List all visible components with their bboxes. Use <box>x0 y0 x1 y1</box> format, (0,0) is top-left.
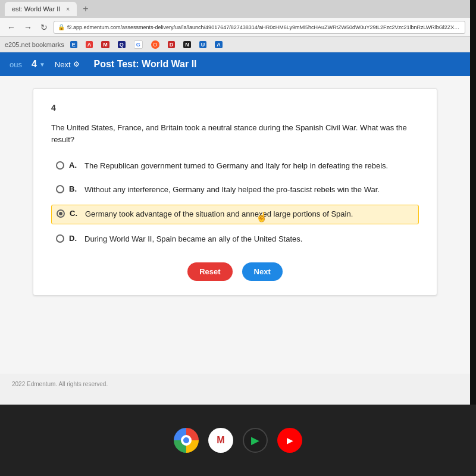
bookmark-shield[interactable]: U <box>197 40 209 49</box>
main-content: 4 The United States, France, and Britain… <box>0 76 470 374</box>
bookmark-g[interactable]: G <box>131 40 145 49</box>
bookmark-a[interactable]: A <box>83 40 96 49</box>
monitor: est: World War II × + ← → ↻ 🔒 f2.app.edm… <box>0 0 476 476</box>
bookmark-d[interactable]: D <box>165 40 178 49</box>
previous-label: ous <box>10 60 22 69</box>
copyright-text: 2022 Edmentum. All rights reserved. <box>12 381 108 387</box>
taskbar-gmail-icon[interactable]: M <box>208 428 233 453</box>
option-a-text: The Republican government turned to Germ… <box>84 161 388 171</box>
next-nav-label: Next <box>55 60 71 69</box>
forward-button[interactable]: → <box>21 21 35 33</box>
url-bar[interactable]: 🔒 f2.app.edmentum.com/assessments-delive… <box>54 21 465 34</box>
question-number-selector[interactable]: 4 ▼ <box>32 59 45 70</box>
radio-c[interactable] <box>57 209 65 218</box>
bookmark-q[interactable]: Q <box>115 40 128 49</box>
address-bar: ← → ↻ 🔒 f2.app.edmentum.com/assessments-… <box>0 18 470 37</box>
option-a-letter: A. <box>69 161 80 170</box>
bookmark-e[interactable]: E <box>68 40 80 49</box>
option-b-letter: B. <box>69 184 80 193</box>
answer-options: A. The Republican government turned to G… <box>51 157 419 248</box>
option-b[interactable]: B. Without any interference, Germany and… <box>51 181 419 199</box>
app-header: ous 4 ▼ Next ⚙ Post Test: World War II <box>0 52 470 76</box>
option-d-text: During World War II, Spain became an all… <box>84 234 302 245</box>
page-title: Post Test: World War II <box>94 59 197 70</box>
option-c[interactable]: C. Germany took advantage of the situati… <box>51 205 419 224</box>
bookmarks-label: e205.net bookmarks <box>5 41 64 48</box>
next-button[interactable]: Next <box>242 262 283 281</box>
question-number-label: 4 <box>51 103 419 112</box>
bookmark-n[interactable]: N <box>181 40 193 49</box>
url-text: f2.app.edmentum.com/assessments-delivery… <box>67 24 461 30</box>
option-d-letter: D. <box>69 234 80 243</box>
question-card: 4 The United States, France, and Britain… <box>33 88 437 296</box>
reset-button[interactable]: Reset <box>187 262 232 281</box>
bookmark-last[interactable]: A <box>212 40 225 49</box>
option-b-text: Without any interference, Germany and It… <box>84 184 380 195</box>
tab-title: est: World War II <box>12 5 60 12</box>
new-tab-button[interactable]: + <box>79 4 92 14</box>
option-a[interactable]: A. The Republican government turned to G… <box>51 157 419 175</box>
taskbar: M ▶ ▶ <box>0 405 476 476</box>
browser-screen: est: World War II × + ← → ↻ 🔒 f2.app.edm… <box>0 0 470 405</box>
next-nav-link[interactable]: Next ⚙ <box>55 60 80 69</box>
option-d[interactable]: D. During World War II, Spain became an … <box>51 230 419 248</box>
tab-close-button[interactable]: × <box>66 6 70 12</box>
bookmark-circle-o[interactable]: O <box>149 40 162 49</box>
tab-bar: est: World War II × + <box>0 0 470 18</box>
taskbar-chrome-icon[interactable] <box>174 428 199 453</box>
back-button[interactable]: ← <box>5 21 18 33</box>
question-text: The United States, France, and Britain t… <box>51 122 419 145</box>
option-c-letter: C. <box>70 209 80 218</box>
reload-button[interactable]: ↻ <box>38 21 50 33</box>
bookmark-m[interactable]: M <box>99 40 112 49</box>
action-buttons: Reset Next <box>51 262 419 281</box>
chevron-down-icon: ▼ <box>39 61 45 68</box>
bookmarks-bar: e205.net bookmarks E A M Q G O <box>0 37 470 52</box>
footer: 2022 Edmentum. All rights reserved. <box>0 374 470 394</box>
radio-b[interactable] <box>56 185 64 193</box>
current-question-number: 4 <box>32 59 37 70</box>
radio-d[interactable] <box>56 234 64 243</box>
taskbar-youtube-icon[interactable]: ▶ <box>277 428 302 453</box>
lock-icon: 🔒 <box>58 24 65 30</box>
taskbar-play-icon[interactable]: ▶ <box>243 428 268 453</box>
browser-tab-active[interactable]: est: World War II × <box>5 2 77 16</box>
option-c-text: Germany took advantage of the situation … <box>85 209 353 220</box>
browser-chrome: est: World War II × + ← → ↻ 🔒 f2.app.edm… <box>0 0 470 52</box>
settings-icon[interactable]: ⚙ <box>73 60 80 68</box>
radio-a[interactable] <box>56 161 64 170</box>
